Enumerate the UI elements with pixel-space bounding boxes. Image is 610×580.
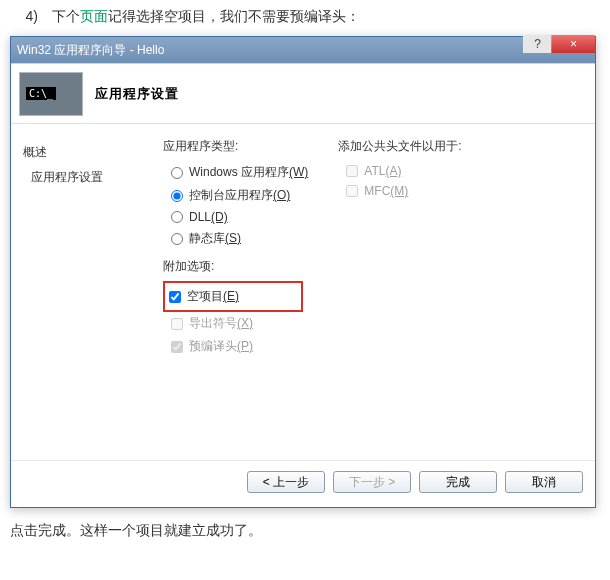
label-app-type: 应用程序类型: — [163, 138, 308, 155]
sidebar: 概述 应用程序设置 — [11, 124, 151, 460]
radio-console-app[interactable]: 控制台应用程序(O) — [163, 184, 308, 207]
close-button[interactable]: × — [551, 35, 595, 53]
checkbox-atl: ATL(A) — [338, 161, 461, 181]
radio-dll[interactable]: DLL(D) — [163, 207, 308, 227]
radio-input[interactable] — [171, 233, 183, 245]
wizard-dialog: Win32 应用程序向导 - Hello ? × 应用程序设置 概述 应用程序设… — [10, 36, 596, 508]
radio-input[interactable] — [171, 167, 183, 179]
finish-button[interactable]: 完成 — [419, 471, 497, 493]
col-add-headers: 添加公共头文件以用于: ATL(A) MFC(M) — [338, 138, 461, 358]
title-controls: ? × — [523, 35, 595, 53]
sidebar-item-overview[interactable]: 概述 — [21, 140, 141, 165]
keyword-page: 页面 — [80, 8, 108, 24]
label-add-headers: 添加公共头文件以用于: — [338, 138, 461, 155]
checkbox-input — [346, 165, 358, 177]
radio-input[interactable] — [171, 211, 183, 223]
checkbox-input — [171, 341, 183, 353]
checkbox-precompiled-header: 预编译头(P) — [163, 335, 308, 358]
cancel-button[interactable]: 取消 — [505, 471, 583, 493]
settings-pane: 应用程序类型: Windows 应用程序(W) 控制台应用程序(O) DLL(D… — [151, 124, 595, 460]
step-number: 4) — [10, 8, 38, 24]
next-button: 下一步 > — [333, 471, 411, 493]
prev-button[interactable]: < 上一步 — [247, 471, 325, 493]
checkbox-input — [171, 318, 183, 330]
help-button[interactable]: ? — [523, 35, 551, 53]
checkbox-export-symbols: 导出符号(X) — [163, 312, 308, 335]
col-app-type: 应用程序类型: Windows 应用程序(W) 控制台应用程序(O) DLL(D… — [163, 138, 308, 358]
banner: 应用程序设置 — [11, 64, 595, 124]
highlight-empty-project: 空项目(E) — [163, 281, 303, 312]
checkbox-input[interactable] — [169, 291, 181, 303]
banner-title: 应用程序设置 — [95, 85, 179, 103]
checkbox-input — [346, 185, 358, 197]
radio-static-lib[interactable]: 静态库(S) — [163, 227, 308, 250]
window-title: Win32 应用程序向导 - Hello — [17, 42, 164, 59]
checkbox-mfc: MFC(M) — [338, 181, 461, 201]
doc-intro: 4) 下个页面记得选择空项目，我们不需要预编译头： — [10, 8, 600, 26]
label-extra-options: 附加选项: — [163, 258, 308, 275]
radio-windows-app[interactable]: Windows 应用程序(W) — [163, 161, 308, 184]
console-icon — [19, 72, 83, 116]
sidebar-item-settings[interactable]: 应用程序设置 — [21, 165, 141, 190]
checkbox-empty-project[interactable]: 空项目(E) — [169, 285, 297, 308]
button-bar: < 上一步 下一步 > 完成 取消 — [11, 460, 595, 507]
radio-input[interactable] — [171, 190, 183, 202]
doc-outro: 点击完成。这样一个项目就建立成功了。 — [10, 522, 600, 540]
titlebar: Win32 应用程序向导 - Hello ? × — [11, 37, 595, 63]
